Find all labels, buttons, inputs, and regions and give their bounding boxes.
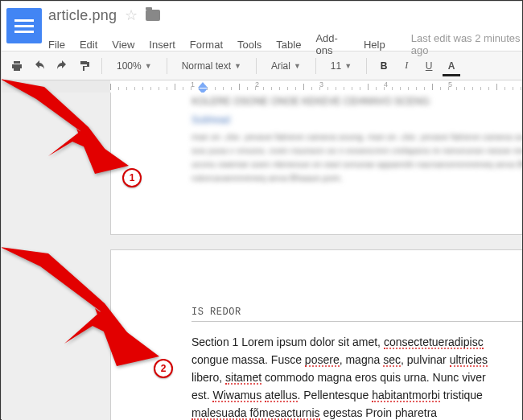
spellerror: sitamet	[225, 371, 262, 384]
bold-button[interactable]: B	[375, 57, 393, 75]
spellerror: sec	[383, 353, 401, 366]
spellerror: posere	[305, 353, 340, 366]
menu-format[interactable]: Format	[190, 39, 223, 51]
spellerror: consectetueradipisc	[384, 336, 484, 348]
text-color-button[interactable]: A	[443, 57, 460, 75]
app-header: article.png ☆ File Edit View Insert Form…	[2, 2, 522, 51]
spellerror: ultricies	[450, 353, 488, 366]
menu-bar: File Edit View Insert Format Tools Table…	[48, 27, 522, 56]
svg-marker-1	[76, 129, 129, 174]
menu-insert[interactable]: Insert	[149, 39, 175, 51]
page-1[interactable]: KOLERE OSONE ONOE KEKEVE CEHNNVO SCENG: …	[110, 93, 522, 235]
caret-icon: ▼	[145, 62, 152, 70]
google-docs-app: article.png ☆ File Edit View Insert Form…	[2, 2, 522, 420]
page1-subhead: Subhead	[191, 113, 522, 127]
print-icon[interactable]	[8, 57, 26, 75]
folder-icon[interactable]	[146, 10, 160, 21]
para-text: commodo magna eros quis urna. Nunc viver	[262, 371, 486, 384]
docs-logo-icon[interactable]	[6, 8, 42, 43]
menu-file[interactable]: File	[48, 39, 65, 51]
caret-icon: ▼	[344, 62, 352, 70]
font-value: Arial	[271, 60, 290, 72]
para-text: egestas Proin pharetra	[320, 406, 438, 419]
font-size-dropdown[interactable]: 11▼	[324, 58, 358, 74]
edit-status: Last edit was 2 minutes ago	[411, 32, 522, 56]
page2-header[interactable]: IS REDOR	[191, 307, 522, 322]
annotation-arrow-1	[2, 79, 145, 183]
underline-button[interactable]: U	[420, 57, 438, 75]
annotation-arrow-2	[2, 247, 169, 376]
page1-blurred-content: KOLERE OSONE ONOE KEKEVE CEHNNVO SCENG: …	[191, 95, 522, 185]
para-text: est.	[191, 389, 212, 401]
paint-format-icon[interactable]	[76, 57, 93, 75]
page2-paragraph[interactable]: Section 1 Lorem ipsum dolor sit amet, co…	[191, 333, 522, 420]
document-title[interactable]: article.png	[48, 7, 117, 24]
para-text: Section 1 Lorem ipsum dolor sit amet,	[191, 336, 384, 348]
annotation-badge-1: 1	[122, 168, 142, 187]
menu-tools[interactable]: Tools	[237, 39, 262, 51]
font-dropdown[interactable]: Arial▼	[265, 58, 307, 74]
star-icon[interactable]: ☆	[125, 6, 138, 24]
page-2[interactable]: IS REDOR Section 1 Lorem ipsum dolor sit…	[110, 249, 522, 420]
caret-icon: ▼	[234, 62, 241, 70]
para-text: congue massa. Fusce	[191, 353, 305, 366]
paragraph-style-dropdown[interactable]: Normal text▼	[175, 58, 248, 74]
font-size-value: 11	[331, 60, 341, 72]
para-text: . Pellentesque	[298, 389, 373, 401]
menu-edit[interactable]: Edit	[80, 39, 97, 51]
spellerror: atellus	[265, 389, 297, 401]
undo-icon[interactable]	[31, 57, 48, 75]
svg-marker-3	[95, 308, 159, 366]
spellerror: malesuada	[191, 406, 247, 419]
para-text: , pulvinar	[401, 353, 450, 366]
menu-addons[interactable]: Add-ons	[315, 32, 349, 56]
para-text: libero,	[191, 371, 225, 384]
page1-body: man sn .cke. yevave fatneve canwva soung…	[191, 130, 522, 185]
annotation-badge-2: 2	[154, 359, 173, 378]
italic-button[interactable]: I	[397, 57, 415, 75]
menu-view[interactable]: View	[112, 39, 134, 51]
para-text: , magna	[340, 353, 383, 366]
spellerror: Wiwamus	[212, 389, 262, 401]
caret-icon: ▼	[294, 62, 301, 70]
spellerror: fõmesacturnis	[249, 406, 319, 419]
spellerror: habitantmorbi	[372, 389, 440, 401]
paragraph-style-value: Normal text	[182, 60, 231, 72]
menu-help[interactable]: Help	[364, 39, 385, 51]
menu-table[interactable]: Table	[276, 39, 301, 51]
redo-icon[interactable]	[53, 57, 71, 75]
zoom-dropdown[interactable]: 100%▼	[110, 58, 159, 74]
zoom-value: 100%	[117, 60, 142, 72]
para-text: tristique	[440, 389, 483, 401]
first-line-indent-marker[interactable]	[198, 82, 208, 88]
